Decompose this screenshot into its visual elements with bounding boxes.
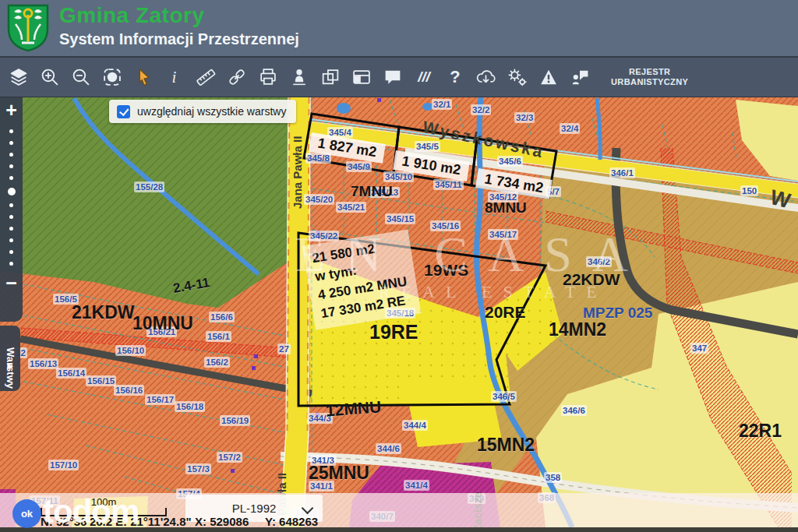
status-bar: 100m PL-1992 N: 52°36'26.2" E: 21°11'24.… [0, 493, 798, 528]
scale-bar-label: 100m [41, 496, 167, 508]
urban-register-line1: REJESTR [611, 67, 688, 77]
coordinate-x: X: 529086 [195, 515, 249, 528]
chevron-down-icon[interactable] [302, 502, 314, 515]
layers-panel-tab-label: Warstwy [5, 347, 16, 358]
pointer-cursor-icon[interactable] [132, 67, 154, 88]
layout-panels-icon[interactable] [351, 67, 372, 88]
zoom-level-dot[interactable] [9, 227, 13, 231]
zoom-level-dot[interactable] [9, 141, 13, 145]
svg-text:///: /// [417, 69, 431, 85]
crs-selector-value: PL-1992 [232, 502, 277, 515]
svg-text:i: i [171, 68, 176, 86]
coordinate-y: Y: 648263 [265, 515, 318, 528]
map-toolbar: i /// ? REJESTR URBANISTYCZNY [0, 58, 798, 97]
zoom-level-dot[interactable] [9, 176, 13, 180]
select-region-icon[interactable] [101, 67, 122, 88]
layers-panel-tab[interactable]: Warstwy ▶ [0, 326, 20, 391]
measure-ruler-icon[interactable] [195, 67, 216, 88]
zoom-level-dot[interactable] [9, 129, 13, 133]
coordinate-e: E: 21°11'24.8" [115, 515, 192, 528]
zoom-level-dot[interactable] [9, 164, 13, 168]
print-icon[interactable] [257, 67, 278, 88]
app-title: Gmina Zatory [59, 3, 204, 28]
urban-register-button[interactable]: REJESTR URBANISTYCZNY [611, 67, 688, 86]
gmina-zatory-crest-logo [6, 4, 50, 52]
app-subtitle: System Informacji Przestrzennej [59, 30, 299, 48]
zoom-level-dot[interactable] [9, 250, 13, 254]
zoom-out-button[interactable]: − [5, 273, 17, 293]
map-canvas[interactable] [0, 97, 798, 532]
zoom-level-dot[interactable] [9, 203, 13, 207]
all-layers-toggle-label: uwzględniaj wszystkie warstwy [137, 105, 286, 118]
zoom-level-dot[interactable] [9, 262, 13, 266]
zoom-level-dot[interactable] [9, 238, 13, 242]
bottom-strip [0, 527, 798, 532]
checkbox-checked-icon[interactable] [117, 105, 130, 118]
coordinate-n: N: 52°36'26.2" [41, 515, 118, 528]
measure-lines-icon[interactable]: /// [413, 67, 434, 88]
zoom-level-dot[interactable] [9, 153, 13, 157]
zoom-out-icon[interactable] [70, 67, 91, 88]
help-icon[interactable]: ? [444, 67, 465, 88]
all-layers-toggle[interactable]: uwzględniaj wszystkie warstwy [109, 100, 296, 123]
map-zoom-sidebar: + − [0, 97, 23, 322]
settings-gears-icon[interactable] [507, 67, 528, 88]
svg-text:?: ? [450, 67, 460, 86]
comment-icon[interactable] [382, 67, 403, 88]
zoom-in-icon[interactable] [39, 67, 60, 88]
gis-application: 155/28 32/1 32/2 32/3 32/4 345/4 345/5 3… [0, 0, 798, 532]
zoom-in-button[interactable]: + [5, 100, 17, 120]
zoom-level-dot[interactable] [9, 215, 13, 219]
zoom-level-dot-current[interactable] [8, 188, 16, 196]
cloud-download-icon[interactable] [475, 67, 496, 88]
info-icon[interactable]: i [164, 67, 185, 88]
map-svg [0, 97, 798, 532]
layers-icon[interactable] [8, 67, 29, 88]
compare-windows-icon[interactable] [320, 67, 341, 88]
warning-icon[interactable] [538, 67, 559, 88]
urban-register-line2: URBANISTYCZNY [611, 77, 688, 87]
zoom-level-dots [8, 129, 16, 266]
feedback-icon[interactable] [569, 67, 590, 88]
street-view-icon[interactable] [288, 67, 309, 88]
scale-bar: 100m [41, 496, 167, 516]
app-header: Gmina Zatory System Informacji Przestrze… [0, 0, 798, 58]
link-icon[interactable] [226, 67, 247, 88]
